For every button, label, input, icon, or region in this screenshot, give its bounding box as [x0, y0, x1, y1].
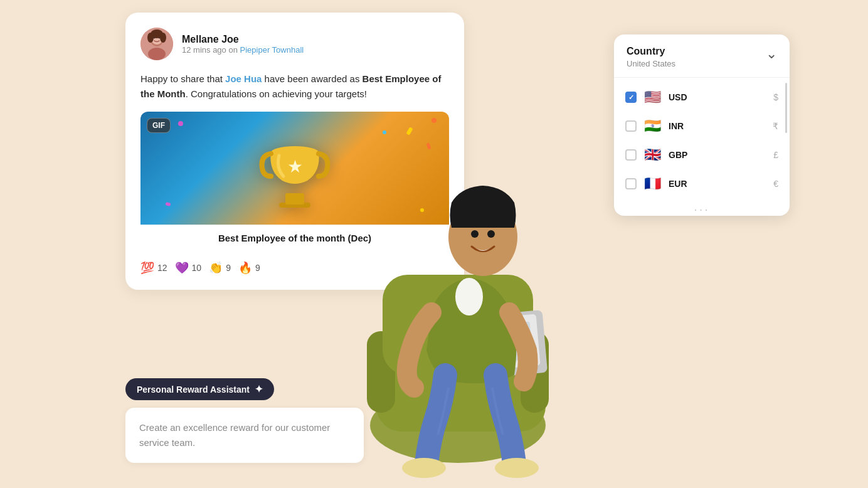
post-time: 12 mins ago on Piepiper Townhall [182, 45, 304, 55]
currency-name-usd: USD [669, 92, 766, 102]
checkmark-usd: ✓ [628, 93, 634, 102]
svg-point-27 [495, 458, 539, 478]
currency-name-eur: EUR [669, 179, 766, 189]
reaction-emoji-1: 💜 [175, 261, 189, 275]
flag-usd: 🇺🇸 [644, 89, 661, 105]
currency-checkbox-inr[interactable] [625, 120, 637, 132]
country-selected-value: United States [627, 59, 675, 68]
currency-item-usd[interactable]: ✓ 🇺🇸 USD $ [614, 83, 790, 112]
country-label: Country [627, 46, 675, 57]
country-dropdown-card: Country United States ⌄ ✓ 🇺🇸 USD $ 🇮🇳 IN… [614, 34, 790, 216]
assistant-placeholder-text: Create an excellence reward for our cust… [139, 422, 330, 448]
currency-symbol-usd: $ [773, 92, 778, 102]
country-header: Country United States ⌄ [614, 34, 790, 78]
currency-name-inr: INR [669, 121, 765, 131]
reaction-item-1[interactable]: 💜 10 [175, 261, 202, 275]
svg-text:★: ★ [287, 157, 303, 176]
assistant-badge-label: Personal Reward Assistant [137, 385, 250, 395]
post-author: Mellane Joe [182, 34, 304, 45]
svg-point-25 [487, 230, 495, 238]
svg-point-2 [148, 48, 166, 60]
currency-symbol-inr: ₹ [773, 121, 778, 131]
svg-point-7 [147, 33, 154, 43]
reaction-emoji-2: 👏 [209, 261, 223, 275]
reaction-count-3: 9 [255, 263, 260, 273]
svg-rect-10 [285, 193, 304, 204]
confetti-7 [165, 202, 171, 206]
sparkle-icon: ✦ [255, 383, 263, 395]
assistant-badge: Personal Reward Assistant ✦ [125, 378, 274, 400]
confetti-3 [178, 121, 183, 126]
reaction-count-2: 9 [226, 263, 231, 273]
svg-point-8 [160, 33, 166, 43]
reaction-emoji-3: 🔥 [238, 261, 252, 275]
currency-item-gbp[interactable]: 🇬🇧 GBP £ [614, 141, 790, 169]
currency-checkbox-gbp[interactable] [625, 149, 637, 161]
post-header: Mellane Joe 12 mins ago on Piepiper Town… [140, 28, 449, 60]
svg-point-26 [402, 458, 446, 478]
reaction-item-3[interactable]: 🔥 9 [238, 261, 260, 275]
currency-list: ✓ 🇺🇸 USD $ 🇮🇳 INR ₹ 🇬🇧 GBP £ 🇫🇷 EUR € [614, 78, 790, 216]
currency-name-gbp: GBP [669, 150, 766, 160]
reaction-item-0[interactable]: 💯 12 [140, 261, 167, 275]
svg-point-22 [455, 278, 483, 316]
currency-item-inr[interactable]: 🇮🇳 INR ₹ [614, 112, 790, 141]
flag-inr: 🇮🇳 [644, 118, 661, 134]
gif-badge: GIF [147, 118, 171, 133]
currency-symbol-gbp: £ [773, 150, 778, 160]
currency-checkbox-usd[interactable]: ✓ [625, 92, 637, 103]
avatar [140, 28, 173, 60]
reaction-emoji-0: 💯 [140, 261, 154, 275]
reaction-item-2[interactable]: 👏 9 [209, 261, 231, 275]
person-illustration [326, 61, 590, 488]
person-svg [326, 61, 590, 488]
flag-eur: 🇫🇷 [644, 176, 661, 192]
currency-item-eur[interactable]: 🇫🇷 EUR € [614, 169, 790, 198]
svg-point-24 [471, 230, 479, 238]
dots-indicator: ··· [614, 198, 790, 216]
country-info: Country United States [627, 46, 675, 68]
trophy-icon: ★ [257, 121, 332, 215]
currency-checkbox-eur[interactable] [625, 178, 637, 189]
currency-symbol-eur: € [773, 179, 778, 189]
post-meta: Mellane Joe 12 mins ago on Piepiper Town… [182, 34, 304, 55]
reaction-count-1: 10 [192, 263, 202, 273]
flag-gbp: 🇬🇧 [644, 147, 661, 163]
reaction-count-0: 12 [157, 263, 167, 273]
country-dropdown-toggle[interactable]: ⌄ [766, 46, 777, 62]
